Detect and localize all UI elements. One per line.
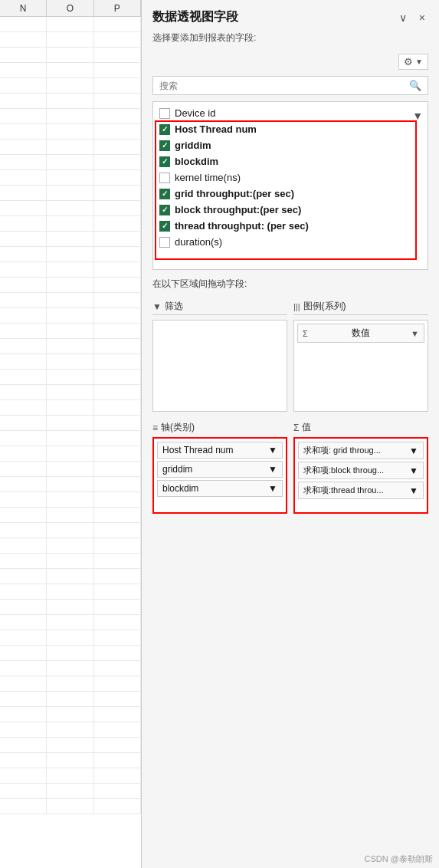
field-item[interactable]: grid throughput:(per sec) — [153, 186, 428, 202]
settings-row: ⚙ ▼ — [142, 51, 439, 73]
grid-cell — [0, 48, 47, 62]
values-item-0-dropdown[interactable]: ▼ — [409, 446, 418, 456]
field-checkbox[interactable] — [159, 140, 170, 151]
field-checkbox[interactable] — [159, 205, 170, 215]
filter-zone-body[interactable] — [152, 320, 287, 412]
spreadsheet-area: N O P — [0, 0, 142, 868]
table-row — [0, 170, 141, 186]
grid-cell — [94, 753, 141, 768]
grid-cell — [47, 692, 93, 706]
table-row — [0, 462, 141, 477]
table-row — [0, 753, 141, 768]
field-item[interactable]: griddim — [153, 137, 428, 153]
axis-item-1[interactable]: griddim ▼ — [157, 461, 283, 478]
grid-cell — [0, 492, 47, 507]
axis-zone-body[interactable]: Host Thread num ▼ griddim ▼ blockdim ▼ — [152, 437, 287, 514]
field-checkbox[interactable] — [159, 124, 170, 135]
values-zone-body[interactable]: 求和项: grid throug... ▼ 求和项:block throug..… — [293, 437, 428, 514]
field-list: Device idHost Thread numgriddimblockdimk… — [153, 102, 428, 253]
grid-cell — [94, 768, 141, 783]
grid-cell — [0, 799, 47, 814]
grid-cell — [47, 63, 93, 77]
table-row — [0, 799, 141, 814]
table-row — [0, 646, 141, 661]
field-item[interactable]: thread throughput: (per sec) — [153, 218, 428, 234]
grid-cell — [94, 646, 141, 660]
field-checkbox[interactable] — [159, 189, 170, 199]
field-checkbox[interactable] — [159, 156, 170, 167]
legend-zone-body[interactable]: Σ 数值 ▼ — [293, 320, 428, 412]
table-row — [0, 370, 141, 385]
grid-cell — [47, 140, 93, 154]
grid-cell — [47, 247, 93, 261]
search-icon: 🔍 — [409, 80, 421, 91]
grid-cell — [0, 109, 47, 123]
sigma-icon: Σ — [303, 329, 308, 338]
values-item-2-dropdown[interactable]: ▼ — [409, 485, 418, 496]
grid-cell — [0, 232, 47, 246]
field-checkbox[interactable] — [159, 221, 170, 232]
field-item[interactable]: kernel time(ns) — [153, 169, 428, 186]
grid-cell — [0, 446, 47, 461]
grid-cell — [47, 109, 93, 123]
search-row[interactable]: 🔍 — [152, 76, 428, 95]
grid-cell — [94, 446, 141, 461]
collapse-button[interactable]: ∨ — [396, 10, 410, 25]
field-item[interactable]: block throughput:(per sec) — [153, 202, 428, 218]
values-item-2[interactable]: 求和项:thread throu... ▼ — [298, 482, 424, 499]
settings-dropdown-arrow[interactable]: ▼ — [415, 58, 423, 66]
table-row — [0, 278, 141, 293]
values-item-1-label: 求和项:block throug... — [303, 465, 384, 476]
grid-cell — [0, 600, 47, 614]
axis-item-2-dropdown[interactable]: ▼ — [268, 483, 277, 494]
grid-cell — [0, 554, 47, 568]
filter-zone-header: ▼ 筛选 — [152, 298, 287, 315]
field-item[interactable]: duration(s) — [153, 234, 428, 250]
axis-item-0[interactable]: Host Thread num ▼ — [157, 442, 283, 459]
axis-item-1-label: griddim — [162, 464, 192, 475]
column-headers: N O P — [0, 0, 141, 17]
axis-item-1-dropdown[interactable]: ▼ — [268, 464, 277, 475]
grid-cell — [47, 446, 93, 461]
grid-cell — [0, 324, 47, 338]
grid-cell — [94, 799, 141, 814]
grid-cell — [47, 462, 93, 476]
grid-cell — [0, 523, 47, 538]
settings-button[interactable]: ⚙ ▼ — [398, 54, 428, 70]
field-checkbox[interactable] — [159, 173, 170, 183]
field-checkbox[interactable] — [159, 237, 170, 248]
top-zones: ▼ 筛选 ||| 图例(系列) Σ 数值 ▼ — [142, 298, 439, 412]
grid-cell — [47, 232, 93, 246]
axis-item-0-label: Host Thread num — [162, 445, 234, 455]
table-row — [0, 554, 141, 569]
field-item[interactable]: blockdim — [153, 153, 428, 169]
search-input[interactable] — [159, 81, 405, 91]
field-item[interactable]: Device id — [153, 105, 428, 121]
panel-header: 数据透视图字段 ∨ × — [142, 0, 439, 30]
legend-zone-item[interactable]: Σ 数值 ▼ — [297, 324, 424, 343]
grid-cell — [47, 768, 93, 783]
grid-cell — [47, 201, 93, 215]
close-button[interactable]: × — [416, 10, 428, 25]
values-item-0-label: 求和项: grid throug... — [303, 445, 381, 456]
grid-cell — [94, 431, 141, 446]
grid-cell — [47, 94, 93, 108]
grid-cell — [47, 707, 93, 722]
grid-cell — [94, 32, 141, 47]
grid-cell — [0, 247, 47, 261]
table-row — [0, 155, 141, 170]
grid-cell — [94, 262, 141, 277]
axis-item-0-dropdown[interactable]: ▼ — [268, 445, 277, 455]
table-row — [0, 109, 141, 124]
values-item-1[interactable]: 求和项:block throug... ▼ — [298, 462, 424, 479]
axis-item-2[interactable]: blockdim ▼ — [157, 480, 283, 497]
values-item-0[interactable]: 求和项: grid throug... ▼ — [298, 442, 424, 459]
values-item-1-dropdown[interactable]: ▼ — [409, 465, 418, 476]
grid-cell — [94, 170, 141, 185]
grid-cell — [94, 140, 141, 154]
field-checkbox[interactable] — [159, 108, 170, 119]
legend-item-dropdown[interactable]: ▼ — [411, 329, 419, 338]
grid-cell — [47, 293, 93, 307]
field-item[interactable]: Host Thread num — [153, 121, 428, 137]
grid-cell — [94, 109, 141, 123]
